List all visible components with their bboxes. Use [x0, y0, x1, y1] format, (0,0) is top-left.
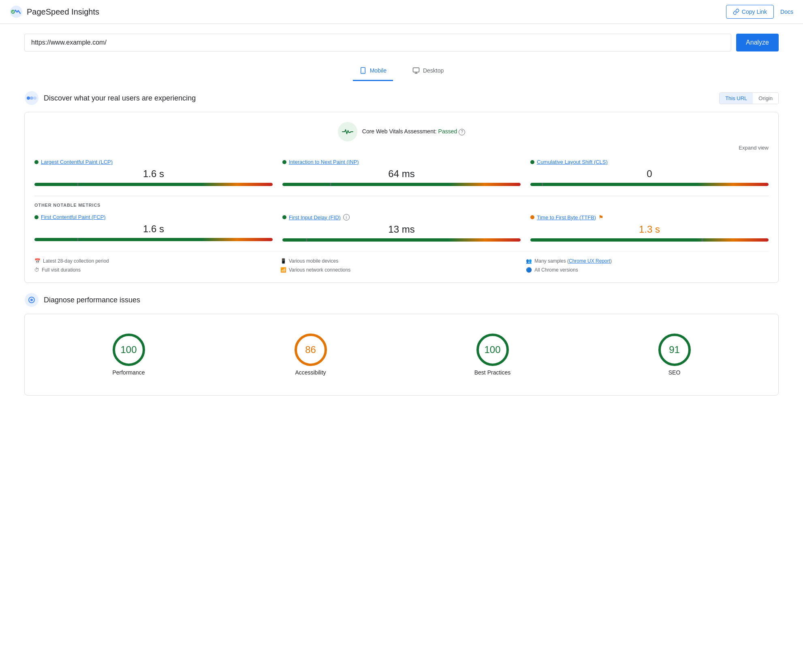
field-data-title: Discover what your real users are experi… [44, 94, 196, 103]
desktop-icon [412, 67, 420, 74]
metric-fid: First Input Delay (FID) i 13 ms [282, 214, 521, 242]
chrome-icon: 🔵 [526, 267, 532, 273]
metric-lcp-label: Largest Contentful Paint (LCP) [34, 159, 273, 165]
metric-fcp-label: First Contentful Paint (FCP) [34, 214, 273, 220]
metric-inp: Interaction to Next Paint (INP) 64 ms [282, 159, 521, 186]
inp-bar-bg [282, 183, 521, 186]
cwv-passed-status: Passed [438, 128, 457, 135]
metrics-divider [34, 196, 769, 196]
origin-button[interactable]: Origin [753, 93, 778, 104]
performance-circle: 100 [113, 334, 145, 366]
cls-bar [530, 183, 769, 186]
footer-note-2-text: Various mobile devices [289, 258, 339, 264]
metric-cls: Cumulative Layout Shift (CLS) 0 [530, 159, 769, 186]
url-input[interactable] [24, 34, 731, 51]
footer-note-4-text: Full visit durations [42, 267, 81, 273]
tab-desktop-label: Desktop [423, 67, 444, 74]
lcp-bar-bg [34, 183, 273, 186]
this-url-button[interactable]: This URL [720, 93, 753, 104]
fid-label-text[interactable]: First Input Delay (FID) [289, 214, 341, 220]
main-content: Discover what your real users are experi… [0, 91, 803, 422]
samples-icon: 👥 [526, 258, 532, 264]
tab-mobile[interactable]: Mobile [353, 63, 393, 81]
accessibility-label: Accessibility [295, 369, 326, 376]
cls-label-text[interactable]: Cumulative Layout Shift (CLS) [537, 159, 608, 165]
timer-icon: ⏱ [34, 267, 39, 273]
inp-label-text[interactable]: Interaction to Next Paint (INP) [289, 159, 359, 165]
best-practices-value: 100 [484, 344, 500, 355]
field-data-icon [24, 91, 39, 105]
footer-note-6: 🔵 All Chrome versions [526, 267, 769, 273]
accessibility-value: 86 [305, 344, 316, 355]
other-metrics-grid: First Contentful Paint (FCP) 1.6 s First… [34, 214, 769, 242]
footer-note-3: 👥 Many samples (Chrome UX Report) [526, 258, 769, 264]
inp-value: 64 ms [282, 168, 521, 180]
footer-note-1-text: Latest 28-day collection period [43, 258, 109, 264]
metric-ttfb-label: Time to First Byte (TTFB) ⚑ [530, 214, 769, 220]
fcp-marker [77, 238, 78, 241]
best-practices-circle: 100 [476, 334, 509, 366]
diagnose-header-left: Diagnose performance issues [24, 293, 140, 307]
cwv-header: Core Web Vitals Assessment: Passed ? [34, 122, 769, 141]
ttfb-value: 1.3 s [530, 224, 769, 235]
view-tabs: Mobile Desktop [0, 58, 803, 81]
diagnose-section: Diagnose performance issues 100 Performa… [24, 293, 779, 396]
diagnose-icon [24, 293, 39, 307]
footer-note-6-text: All Chrome versions [534, 267, 578, 273]
other-metrics-label: OTHER NOTABLE METRICS [34, 203, 769, 208]
cls-bar-bg [530, 183, 769, 186]
metric-fid-label: First Input Delay (FID) i [282, 214, 521, 220]
calendar-icon: 📅 [34, 258, 41, 264]
search-section: Analyze [0, 24, 803, 58]
field-data-header: Discover what your real users are experi… [24, 91, 779, 105]
seo-circle: 91 [658, 334, 691, 366]
score-seo: 91 SEO [587, 334, 762, 376]
lcp-marker [77, 183, 78, 186]
cwv-info-icon[interactable]: ? [459, 129, 465, 135]
svg-point-8 [27, 96, 30, 100]
network-icon: 📶 [280, 267, 286, 273]
footer-note-5: 📶 Various network connections [280, 267, 523, 273]
expand-view-button[interactable]: Expand view [34, 145, 769, 151]
logo: PageSpeed Insights [10, 5, 99, 18]
lcp-bar [34, 183, 273, 186]
fid-info-icon[interactable]: i [343, 214, 350, 220]
analyze-button[interactable]: Analyze [736, 34, 779, 51]
fcp-bar-bg [34, 238, 273, 241]
cwv-icon [338, 122, 357, 141]
search-bar: Analyze [24, 34, 779, 51]
fcp-label-text[interactable]: First Contentful Paint (FCP) [41, 214, 106, 220]
accessibility-circle: 86 [295, 334, 327, 366]
inp-bar [282, 183, 521, 186]
link-icon [733, 9, 739, 15]
header-actions: Copy Link Docs [726, 5, 793, 19]
tab-desktop[interactable]: Desktop [406, 63, 450, 81]
best-practices-label: Best Practices [474, 369, 510, 376]
copy-link-button[interactable]: Copy Link [726, 5, 774, 19]
cwv-assessment-label: Core Web Vitals Assessment: [362, 128, 437, 135]
field-data-header-left: Discover what your real users are experi… [24, 91, 196, 105]
cwv-card: Core Web Vitals Assessment: Passed ? Exp… [24, 112, 779, 283]
seo-value: 91 [669, 344, 680, 355]
ttfb-status-dot [530, 215, 534, 219]
seo-label: SEO [668, 369, 681, 376]
score-accessibility: 86 Accessibility [223, 334, 398, 376]
chrome-ux-report-link[interactable]: Chrome UX Report [569, 258, 610, 264]
url-origin-toggle: This URL Origin [719, 92, 779, 104]
cwv-title: Core Web Vitals Assessment: Passed ? [362, 128, 465, 135]
docs-link[interactable]: Docs [780, 9, 793, 15]
scores-card: 100 Performance 86 Accessibility 100 Bes… [24, 314, 779, 396]
fcp-value: 1.6 s [34, 223, 273, 235]
metric-inp-label: Interaction to Next Paint (INP) [282, 159, 521, 165]
lcp-status-dot [34, 160, 38, 164]
inp-marker [330, 183, 331, 186]
primary-metrics-grid: Largest Contentful Paint (LCP) 1.6 s Int… [34, 159, 769, 186]
score-performance: 100 Performance [41, 334, 216, 376]
fid-bar-bg [282, 238, 521, 242]
svg-rect-4 [413, 68, 419, 72]
footer-note-2: 📱 Various mobile devices [280, 258, 523, 264]
ttfb-label-text[interactable]: Time to First Byte (TTFB) [537, 214, 596, 220]
lcp-label-text[interactable]: Largest Contentful Paint (LCP) [41, 159, 113, 165]
footer-note-5-text: Various network connections [289, 267, 351, 273]
diagnose-header: Diagnose performance issues [24, 293, 779, 307]
